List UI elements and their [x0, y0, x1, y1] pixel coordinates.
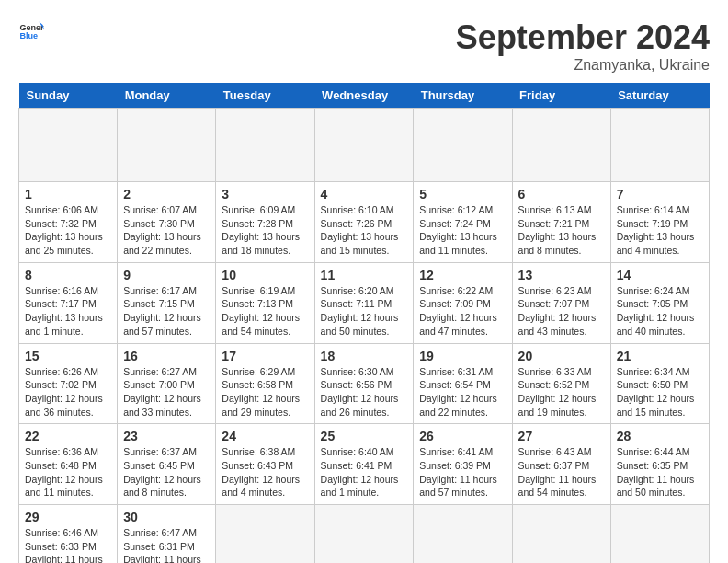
calendar-day-cell: [512, 109, 610, 182]
day-info: Sunrise: 6:24 AMSunset: 7:05 PMDaylight:…: [617, 285, 695, 337]
calendar-day-cell: 25 Sunrise: 6:40 AMSunset: 6:41 PMDaylig…: [314, 424, 414, 505]
day-number: 14: [617, 268, 703, 282]
weekday-header-cell: Wednesday: [314, 83, 414, 109]
calendar-day-cell: [610, 505, 709, 564]
day-number: 7: [617, 187, 703, 201]
day-info: Sunrise: 6:12 AMSunset: 7:24 PMDaylight:…: [419, 204, 497, 256]
day-number: 16: [123, 349, 210, 363]
weekday-header-cell: Monday: [118, 83, 216, 109]
calendar-day-cell: [414, 109, 512, 182]
calendar-week-row: 1 Sunrise: 6:06 AMSunset: 7:32 PMDayligh…: [19, 182, 710, 263]
day-number: 1: [25, 187, 111, 201]
day-number: 3: [222, 187, 308, 201]
day-number: 17: [222, 349, 308, 363]
logo: General Blue: [18, 18, 44, 44]
calendar-day-cell: [216, 505, 314, 564]
calendar-day-cell: 3 Sunrise: 6:09 AMSunset: 7:28 PMDayligh…: [216, 182, 314, 263]
day-number: 29: [25, 510, 111, 524]
calendar-day-cell: 22 Sunrise: 6:36 AMSunset: 6:48 PMDaylig…: [19, 424, 118, 505]
day-info: Sunrise: 6:43 AMSunset: 6:37 PMDaylight:…: [518, 446, 597, 498]
calendar-day-cell: 6 Sunrise: 6:13 AMSunset: 7:21 PMDayligh…: [512, 182, 610, 263]
day-info: Sunrise: 6:19 AMSunset: 7:13 PMDaylight:…: [222, 285, 300, 337]
day-info: Sunrise: 6:30 AMSunset: 6:56 PMDaylight:…: [321, 366, 399, 418]
day-number: 24: [222, 429, 308, 443]
page-header: General Blue September 2024 Znamyanka, U…: [18, 18, 710, 74]
day-info: Sunrise: 6:38 AMSunset: 6:43 PMDaylight:…: [222, 446, 300, 498]
calendar-day-cell: [118, 109, 216, 182]
day-info: Sunrise: 6:06 AMSunset: 7:32 PMDaylight:…: [25, 204, 103, 256]
calendar-day-cell: 4 Sunrise: 6:10 AMSunset: 7:26 PMDayligh…: [314, 182, 414, 263]
day-info: Sunrise: 6:31 AMSunset: 6:54 PMDaylight:…: [419, 366, 497, 418]
day-number: 5: [419, 187, 506, 201]
day-info: Sunrise: 6:29 AMSunset: 6:58 PMDaylight:…: [222, 366, 300, 418]
calendar-day-cell: 5 Sunrise: 6:12 AMSunset: 7:24 PMDayligh…: [414, 182, 512, 263]
day-info: Sunrise: 6:27 AMSunset: 7:00 PMDaylight:…: [123, 366, 201, 418]
calendar-week-row: 22 Sunrise: 6:36 AMSunset: 6:48 PMDaylig…: [19, 424, 710, 505]
month-title: September 2024: [456, 18, 710, 57]
day-number: 6: [518, 187, 605, 201]
day-number: 11: [321, 268, 408, 282]
day-number: 18: [321, 349, 408, 363]
day-info: Sunrise: 6:09 AMSunset: 7:28 PMDaylight:…: [222, 204, 300, 256]
day-number: 10: [222, 268, 308, 282]
day-number: 22: [25, 429, 111, 443]
day-info: Sunrise: 6:33 AMSunset: 6:52 PMDaylight:…: [518, 366, 597, 418]
calendar-week-row: 29 Sunrise: 6:46 AMSunset: 6:33 PMDaylig…: [19, 505, 710, 564]
day-number: 20: [518, 349, 605, 363]
calendar-day-cell: 26 Sunrise: 6:41 AMSunset: 6:39 PMDaylig…: [414, 424, 512, 505]
day-info: Sunrise: 6:46 AMSunset: 6:33 PMDaylight:…: [25, 527, 103, 563]
day-info: Sunrise: 6:10 AMSunset: 7:26 PMDaylight:…: [321, 204, 399, 256]
day-info: Sunrise: 6:36 AMSunset: 6:48 PMDaylight:…: [25, 446, 103, 498]
day-number: 30: [123, 510, 210, 524]
weekday-header-cell: Sunday: [19, 83, 118, 109]
day-info: Sunrise: 6:13 AMSunset: 7:21 PMDaylight:…: [518, 204, 597, 256]
weekday-header-cell: Saturday: [610, 83, 709, 109]
calendar-day-cell: [610, 109, 709, 182]
calendar-day-cell: 28 Sunrise: 6:44 AMSunset: 6:35 PMDaylig…: [610, 424, 709, 505]
calendar-day-cell: 16 Sunrise: 6:27 AMSunset: 7:00 PMDaylig…: [118, 343, 216, 424]
day-number: 12: [419, 268, 506, 282]
calendar-day-cell: 7 Sunrise: 6:14 AMSunset: 7:19 PMDayligh…: [610, 182, 709, 263]
calendar-table: SundayMondayTuesdayWednesdayThursdayFrid…: [18, 83, 710, 563]
calendar-day-cell: 2 Sunrise: 6:07 AMSunset: 7:30 PMDayligh…: [118, 182, 216, 263]
calendar-day-cell: 30 Sunrise: 6:47 AMSunset: 6:31 PMDaylig…: [118, 505, 216, 564]
day-info: Sunrise: 6:26 AMSunset: 7:02 PMDaylight:…: [25, 366, 103, 418]
calendar-day-cell: [414, 505, 512, 564]
calendar-day-cell: 27 Sunrise: 6:43 AMSunset: 6:37 PMDaylig…: [512, 424, 610, 505]
calendar-day-cell: [19, 109, 118, 182]
day-info: Sunrise: 6:22 AMSunset: 7:09 PMDaylight:…: [419, 285, 497, 337]
calendar-week-row: 8 Sunrise: 6:16 AMSunset: 7:17 PMDayligh…: [19, 262, 710, 343]
day-number: 27: [518, 429, 605, 443]
calendar-day-cell: 23 Sunrise: 6:37 AMSunset: 6:45 PMDaylig…: [118, 424, 216, 505]
day-number: 2: [123, 187, 210, 201]
calendar-day-cell: 18 Sunrise: 6:30 AMSunset: 6:56 PMDaylig…: [314, 343, 414, 424]
calendar-day-cell: 29 Sunrise: 6:46 AMSunset: 6:33 PMDaylig…: [19, 505, 118, 564]
calendar-day-cell: 11 Sunrise: 6:20 AMSunset: 7:11 PMDaylig…: [314, 262, 414, 343]
day-number: 21: [617, 349, 703, 363]
day-info: Sunrise: 6:16 AMSunset: 7:17 PMDaylight:…: [25, 285, 103, 337]
day-info: Sunrise: 6:23 AMSunset: 7:07 PMDaylight:…: [518, 285, 597, 337]
day-info: Sunrise: 6:14 AMSunset: 7:19 PMDaylight:…: [617, 204, 695, 256]
calendar-day-cell: [216, 109, 314, 182]
title-area: September 2024 Znamyanka, Ukraine: [456, 18, 710, 74]
day-info: Sunrise: 6:07 AMSunset: 7:30 PMDaylight:…: [123, 204, 201, 256]
day-number: 25: [321, 429, 408, 443]
day-number: 23: [123, 429, 210, 443]
calendar-day-cell: [314, 109, 414, 182]
day-number: 4: [321, 187, 408, 201]
logo-icon: General Blue: [18, 18, 44, 44]
calendar-day-cell: 24 Sunrise: 6:38 AMSunset: 6:43 PMDaylig…: [216, 424, 314, 505]
day-number: 26: [419, 429, 506, 443]
weekday-header-cell: Thursday: [414, 83, 512, 109]
calendar-day-cell: 21 Sunrise: 6:34 AMSunset: 6:50 PMDaylig…: [610, 343, 709, 424]
calendar-day-cell: 12 Sunrise: 6:22 AMSunset: 7:09 PMDaylig…: [414, 262, 512, 343]
day-number: 13: [518, 268, 605, 282]
day-number: 28: [617, 429, 703, 443]
day-info: Sunrise: 6:41 AMSunset: 6:39 PMDaylight:…: [419, 446, 497, 498]
calendar-day-cell: 8 Sunrise: 6:16 AMSunset: 7:17 PMDayligh…: [19, 262, 118, 343]
day-info: Sunrise: 6:47 AMSunset: 6:31 PMDaylight:…: [123, 527, 201, 563]
location-subtitle: Znamyanka, Ukraine: [456, 57, 710, 74]
day-number: 19: [419, 349, 506, 363]
calendar-day-cell: 14 Sunrise: 6:24 AMSunset: 7:05 PMDaylig…: [610, 262, 709, 343]
calendar-day-cell: 20 Sunrise: 6:33 AMSunset: 6:52 PMDaylig…: [512, 343, 610, 424]
